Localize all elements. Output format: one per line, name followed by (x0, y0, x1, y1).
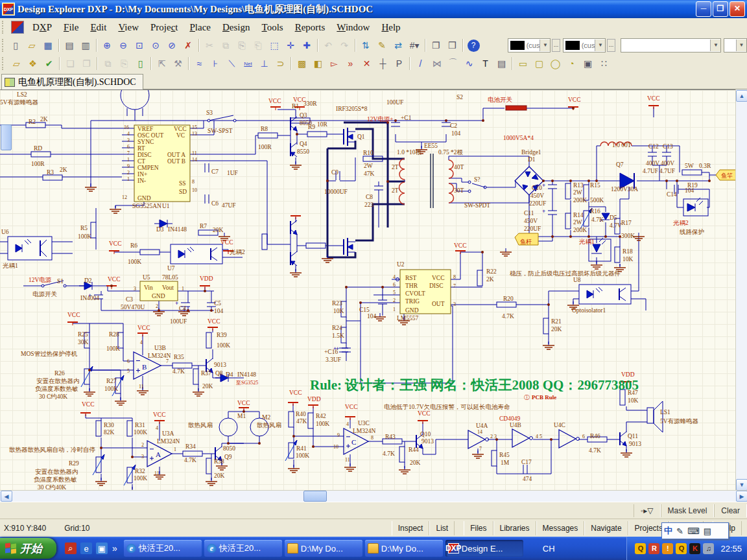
language-indicator[interactable]: CH (538, 541, 560, 556)
new-document-icon[interactable]: ▯ (8, 38, 24, 53)
panel-button-files[interactable]: Files (464, 521, 493, 535)
menu-file[interactable]: File (58, 20, 84, 35)
place-part-icon[interactable]: ⊃ (272, 56, 289, 71)
place-array-icon[interactable]: ∷ (596, 56, 612, 71)
schematic-canvas[interactable]: +++++++LS25V有源蜂鸣器S3SW-SPSTR1330R100UF+C1… (0, 89, 735, 491)
zoom-out-icon[interactable]: ⊖ (115, 38, 132, 53)
renumber-icon[interactable]: ⇄ (390, 38, 407, 53)
taskbar-task-1[interactable]: e快活王20... (204, 540, 282, 557)
document-options-icon[interactable]: ▯ (132, 56, 148, 71)
filter-combo[interactable]: ▼ (621, 38, 722, 52)
menu-help[interactable]: Help (375, 20, 406, 35)
place-net-label-icon[interactable]: Net (240, 56, 256, 71)
place-graphic-icon[interactable]: ▣ (580, 56, 596, 71)
panel-button-list[interactable]: List (429, 521, 455, 535)
scale-combo[interactable]: ▼ (724, 38, 747, 52)
taskbar-task-3[interactable]: D:\My Do... (365, 540, 443, 557)
place-sheet-entry-icon[interactable]: ◧ (310, 56, 326, 71)
place-bus-icon[interactable]: ⊦ (208, 56, 224, 71)
grid-settings-icon[interactable]: #▾ (407, 38, 423, 53)
taskbar-task-2[interactable]: D:\My Do... (285, 540, 362, 557)
start-button[interactable]: 开始 (0, 538, 56, 559)
select-area-icon[interactable]: ⬚ (267, 38, 283, 53)
dxp-logo-icon[interactable] (11, 21, 24, 34)
language-bar-popup[interactable]: 中✎⌨▤ (661, 522, 729, 539)
scroll-left-button[interactable]: ◀ (1, 491, 12, 502)
draw-round-rectangle-icon[interactable]: ▢ (531, 56, 547, 71)
place-no-erc-icon[interactable]: ✕ (359, 56, 375, 71)
menu-project[interactable]: Project (145, 20, 184, 35)
scroll-up-button[interactable]: ▲ (736, 90, 747, 102)
title-bar[interactable]: DXP Design Explorer DXP - D:\My Document… (0, 0, 747, 18)
menu-edit[interactable]: Edit (84, 20, 112, 35)
place-power-port-icon[interactable]: ⊥ (256, 56, 272, 71)
search-quick-icon[interactable]: ⌕ (65, 542, 77, 554)
place-pcb-rule-icon[interactable]: P (391, 56, 407, 71)
tools-hammer-icon[interactable]: ⚒ (170, 56, 186, 71)
zoom-area-icon[interactable]: ⊡ (132, 38, 148, 53)
toolbar1-grip[interactable] (2, 39, 6, 52)
zoom-document-icon[interactable]: ⊙ (148, 38, 164, 53)
document-tab[interactable]: 电鱼机原理图(自制).SCHDOC (1, 74, 143, 89)
clear-filter-icon[interactable]: ✗ (180, 38, 196, 53)
shield-tray-icon[interactable]: ! (662, 543, 673, 554)
close-button[interactable]: ✕ (729, 1, 745, 17)
color-combo-2[interactable]: (cus▼ (563, 38, 606, 52)
qq-tray-icon[interactable]: Q (635, 543, 646, 554)
color-dots-1[interactable]: ... (552, 39, 560, 52)
zoom-selection-icon[interactable]: ⊘ (164, 38, 180, 53)
minimize-button[interactable]: ─ (696, 1, 711, 17)
langbar-icon-2[interactable]: ⌨ (687, 526, 700, 536)
kaspersky-tray-icon[interactable]: K (689, 543, 700, 554)
draw-polygon-icon[interactable]: ⋈ (429, 56, 445, 71)
draw-line-icon[interactable]: / (412, 56, 429, 71)
panel-button-libraries[interactable]: Libraries (493, 521, 536, 535)
place-text-icon[interactable]: T (477, 56, 493, 71)
vertical-scrollbar[interactable] (735, 89, 747, 490)
horizontal-scrollbar[interactable] (0, 490, 747, 502)
menu-design[interactable]: Design (217, 20, 256, 35)
open-any-document-icon[interactable]: ❖ (25, 56, 41, 71)
up-hierarchy-icon[interactable]: ⇱ (154, 56, 170, 71)
langbar-icon-3[interactable]: ▤ (704, 526, 711, 536)
quick-launch-chevron[interactable]: » (112, 543, 117, 554)
draw-pie-icon[interactable]: ◔ (563, 56, 580, 71)
help-icon[interactable]: ? (468, 40, 480, 52)
menu-view[interactable]: View (112, 20, 145, 35)
draw-bezier-icon[interactable]: ∿ (461, 56, 477, 71)
save-document-icon[interactable]: ▦ (40, 38, 56, 53)
color-dots-2[interactable]: ... (607, 39, 615, 52)
browse-pcb-library-icon[interactable]: ❒ (444, 38, 460, 53)
sort-up-down-icon[interactable]: ⇅ (358, 38, 374, 53)
crosshair-icon[interactable]: ✚ (299, 38, 315, 53)
scroll-down-button[interactable]: ▼ (736, 479, 747, 491)
menu-place[interactable]: Place (184, 20, 217, 35)
taskbar-task-0[interactable]: e快活王20... (124, 540, 202, 557)
volume-tray-icon[interactable]: ♫ (703, 543, 714, 554)
place-port-icon[interactable]: ▻ (326, 56, 342, 71)
browse-schematic-library-icon[interactable]: ❐ (428, 38, 444, 53)
place-probe-icon[interactable]: ┼ (375, 56, 391, 71)
place-sheet-symbol-icon[interactable]: ▩ (294, 56, 310, 71)
panel-button-inspect[interactable]: Inspect (392, 521, 430, 535)
draw-ellipse-icon[interactable]: ◯ (547, 56, 563, 71)
maximize-button[interactable]: ❐ (713, 1, 728, 17)
new-sheet-icon[interactable]: ▱ (8, 56, 25, 71)
mask-level-button[interactable]: Mask Level (661, 504, 715, 517)
clear-button[interactable]: Clear (714, 504, 747, 517)
horizontal-scroll-thumb[interactable] (303, 491, 327, 502)
zoom-in-icon[interactable]: ⊕ (99, 38, 115, 53)
vertical-scroll-thumb[interactable] (1, 124, 12, 150)
messenger-tray-icon[interactable]: R (648, 543, 659, 554)
desktop-quick-icon[interactable]: ▣ (96, 542, 108, 554)
open-document-icon[interactable]: ▱ (24, 38, 40, 53)
menu-window[interactable]: Window (331, 20, 375, 35)
menu-tools[interactable]: Tools (256, 20, 289, 35)
color-combo-1[interactable]: (cus▼ (508, 38, 551, 52)
toolbar2-grip[interactable] (2, 57, 6, 70)
qq2-tray-icon[interactable]: Q (676, 543, 687, 554)
move-selection-icon[interactable]: ✛ (283, 38, 299, 53)
print-preview-icon[interactable]: ▥ (78, 38, 94, 53)
draw-rectangle-icon[interactable]: ▭ (515, 56, 531, 71)
panel-button-navigate[interactable]: Navigate (584, 521, 628, 535)
